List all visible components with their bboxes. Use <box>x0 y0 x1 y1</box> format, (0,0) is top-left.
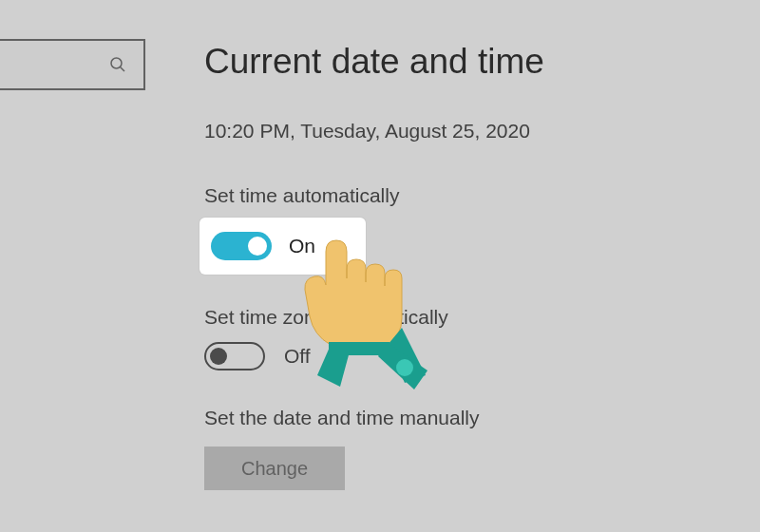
svg-line-1 <box>121 67 124 71</box>
highlight-toggle-on[interactable] <box>211 232 272 260</box>
search-box[interactable] <box>0 39 145 90</box>
set-timezone-auto-row: Off <box>204 342 736 370</box>
toggle-knob <box>210 348 227 365</box>
set-datetime-manually-label: Set the date and time manually <box>204 407 736 429</box>
set-timezone-auto-label: Set time zone automatically <box>204 306 736 329</box>
set-timezone-auto-toggle[interactable] <box>204 342 265 370</box>
change-button[interactable]: Change <box>204 446 345 490</box>
set-timezone-auto-state: Off <box>284 345 311 368</box>
section-heading-current-datetime: Current date and time <box>204 42 736 82</box>
svg-point-0 <box>111 58 122 68</box>
set-time-auto-label: Set time automatically <box>204 184 736 207</box>
current-datetime-value: 10:20 PM, Tuesday, August 25, 2020 <box>204 120 736 142</box>
toggle-knob <box>248 237 267 256</box>
highlight-auto-time-toggle: On <box>200 218 366 275</box>
highlight-toggle-state: On <box>289 235 315 257</box>
search-icon <box>109 56 126 73</box>
